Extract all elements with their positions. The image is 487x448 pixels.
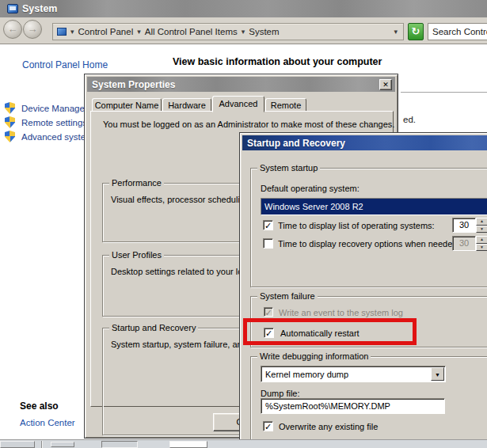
address-dropdown-icon[interactable]: ▾	[394, 28, 403, 36]
chevron-down-icon[interactable]: ▾	[238, 28, 249, 36]
time-list-spinner[interactable]: ▲ ▼	[476, 218, 487, 233]
write-event-label: Write an event to the system log	[279, 308, 403, 317]
sidebar-item-action-center[interactable]: Action Center	[20, 418, 75, 427]
window-titlebar: System	[0, 0, 487, 17]
check-icon: ✓	[264, 221, 272, 230]
sidebar-item-device-manager[interactable]: Device Manager	[5, 102, 88, 114]
dump-type-select[interactable]: Kernel memory dump ▼	[261, 366, 446, 382]
write-event-checkbox: ✓	[264, 307, 273, 317]
refresh-icon: ↻	[412, 25, 420, 37]
taskbar-strip	[0, 439, 487, 448]
section-divider	[401, 92, 487, 93]
chevron-down-icon[interactable]: ▾	[67, 28, 78, 36]
chevron-down-icon[interactable]: ▾	[133, 28, 145, 36]
system-properties-title: System Properties	[92, 79, 175, 90]
taskbar-divider	[41, 441, 42, 448]
admin-note: You must be logged on as an Administrato…	[103, 120, 394, 129]
tab-computer-name[interactable]: Computer Name	[92, 98, 162, 112]
time-list-checkbox[interactable]: ✓	[263, 220, 273, 230]
taskbar-button[interactable]	[0, 441, 35, 448]
breadcrumb-control-panel[interactable]: Control Panel	[78, 27, 134, 36]
time-recovery-checkbox[interactable]	[263, 238, 273, 249]
page-title: View basic information about your comput…	[173, 56, 382, 67]
overwrite-checkbox[interactable]: ✓	[263, 421, 273, 431]
spin-down-icon[interactable]: ▼	[476, 226, 487, 233]
spin-down-icon: ▼	[476, 244, 487, 252]
sidebar-item-control-panel-home[interactable]: Control Panel Home	[22, 59, 108, 70]
control-panel-icon	[57, 28, 67, 36]
overwrite-label: Overwrite any existing file	[279, 422, 378, 431]
time-list-value[interactable]: 30	[452, 218, 476, 233]
default-os-label: Default operating system:	[261, 184, 360, 193]
refresh-button[interactable]: ↻	[408, 23, 424, 40]
search-input[interactable]	[428, 23, 487, 40]
system-window-icon	[7, 4, 18, 13]
sidebar-item-remote-settings[interactable]: Remote settings	[5, 116, 87, 128]
forward-button[interactable]: →	[23, 20, 42, 39]
highlight-rectangle	[243, 318, 417, 345]
clipped-text-fragment: ed.	[403, 115, 416, 124]
time-recovery-label: Time to display recovery options when ne…	[278, 239, 460, 249]
see-also-heading: See also	[20, 401, 59, 412]
breadcrumb-all-items[interactable]: All Control Panel Items	[145, 27, 238, 36]
back-button[interactable]: ←	[3, 20, 22, 39]
combo-arrow-icon[interactable]: ▼	[431, 367, 444, 381]
tab-remote[interactable]: Remote	[265, 98, 306, 112]
dump-file-input[interactable]	[261, 398, 445, 414]
check-icon: ✓	[264, 308, 272, 317]
startup-recovery-title: Startup and Recovery	[247, 138, 345, 149]
taskbar-button[interactable]	[169, 441, 207, 448]
breadcrumb[interactable]: ▾ Control Panel ▾ All Control Panel Item…	[52, 23, 404, 40]
close-icon[interactable]: ✕	[379, 79, 392, 90]
uac-shield-icon	[5, 102, 15, 114]
tab-advanced[interactable]: Advanced	[212, 96, 264, 112]
tab-hardware[interactable]: Hardware	[162, 98, 211, 112]
navigation-bar: ← → ▾ Control Panel ▾ All Control Panel …	[0, 17, 487, 44]
time-recovery-spinner: ▲ ▼	[476, 236, 487, 251]
window-title: System	[22, 3, 57, 14]
startup-and-recovery-dialog: Startup and Recovery System startup Defa…	[239, 132, 487, 448]
screen: System ← → ▾ Control Panel ▾ All Control…	[0, 0, 487, 448]
uac-shield-icon	[5, 131, 15, 142]
time-recovery-value: 30	[452, 236, 476, 251]
forward-arrow-icon: →	[28, 23, 38, 35]
uac-shield-icon	[5, 116, 15, 128]
check-icon: ✓	[264, 422, 272, 431]
default-os-select[interactable]: Windows Server 2008 R2	[261, 198, 487, 215]
dump-file-label: Dump file:	[261, 389, 300, 398]
spin-up-icon: ▲	[476, 236, 487, 244]
back-arrow-icon: ←	[8, 23, 18, 35]
startup-recovery-titlebar[interactable]: Startup and Recovery	[242, 135, 487, 150]
taskbar-button[interactable]	[101, 441, 138, 448]
taskbar-button[interactable]	[51, 442, 74, 447]
spin-up-icon[interactable]: ▲	[476, 218, 487, 226]
system-properties-titlebar[interactable]: System Properties ✕	[87, 77, 395, 92]
time-list-label: Time to display list of operating system…	[278, 221, 435, 230]
breadcrumb-system[interactable]: System	[249, 27, 279, 36]
